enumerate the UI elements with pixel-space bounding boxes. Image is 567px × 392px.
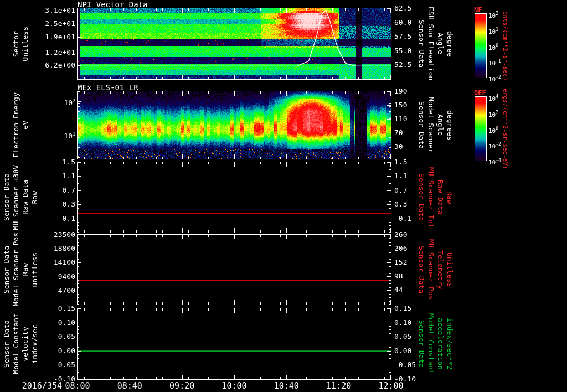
spacecraft-timeseries-plot: NPI Vector Data3.1e+012.5e+011.9e+011.2e… bbox=[0, 0, 567, 392]
y-tick-label: 0.00 bbox=[41, 347, 75, 355]
y-tick-label: 0.10 bbox=[41, 319, 75, 327]
model-scanner-pos-right-axis-label-line-2: Telemetry bbox=[436, 250, 445, 289]
y-tick-label: 6.2e+00 bbox=[41, 61, 75, 69]
y-tick-label: 2.5e+01 bbox=[41, 20, 75, 28]
mu-scanner-raw-right-axis-label-line-1: MU Scanner Int bbox=[427, 167, 435, 228]
model-scanner-pos-y-axis-label-line-1: Model Scanner Pos bbox=[12, 233, 20, 306]
y-tick-label: 23500 bbox=[41, 231, 75, 239]
colorbar-def bbox=[475, 97, 486, 161]
colorbar-tick-label: 102 bbox=[488, 110, 498, 118]
colorbar-tick-label: 100 bbox=[488, 43, 498, 51]
y-tick-label: 0.7 bbox=[41, 187, 75, 194]
colorbar-tick-label: 101 bbox=[488, 27, 498, 35]
colorbar-unit-def-line-0: ergs/(cm**2-sr-sec-eV) bbox=[502, 89, 509, 169]
model-constant-velocity-y-axis-label: Sensor DataModel Constantvelocityindex/s… bbox=[1, 308, 40, 379]
model-constant-velocity-right-axis-label: Sensor DataModel Constantaccelerationind… bbox=[416, 308, 455, 379]
model-constant-velocity-right-axis-label-line-1: Model Constant bbox=[427, 313, 435, 374]
date-label: 2016/354 bbox=[9, 381, 62, 391]
els-plot-canvas bbox=[78, 91, 391, 159]
npi-y-axis-label: SectorUnitless bbox=[1, 8, 40, 79]
x-tick-label: 08:40 bbox=[107, 381, 152, 391]
y-tick-label: 1.9e+01 bbox=[41, 33, 75, 41]
model-scanner-pos-y-axis-label-line-0: Sensor Data bbox=[2, 246, 11, 293]
npi-right-axis-label-line-1: ESH Sun Elevation bbox=[427, 7, 435, 80]
colorbar-tick-label: 100 bbox=[488, 126, 498, 135]
y-tick-label: 1.5 bbox=[41, 158, 75, 166]
x-tick-label: 10:00 bbox=[212, 381, 256, 391]
model-constant-velocity-y-axis-label-line-2: velocity bbox=[21, 327, 29, 362]
mu-scanner-raw-y-axis-label-line-1: MU Scanner +30V bbox=[12, 165, 20, 230]
model-scanner-pos-right-axis-label: Sensor DataMU Scanner PosTelemetryUnitle… bbox=[416, 235, 455, 305]
npi-right-axis-label: Sensor DataESH Sun ElevationAngledegree bbox=[416, 8, 455, 79]
mu-scanner-raw-y-axis-label-line-3: Raw bbox=[30, 191, 39, 204]
model-scanner-pos-right-axis-label-line-3: Unitless bbox=[446, 252, 454, 287]
y-tick-label: 1.1 bbox=[41, 172, 75, 180]
els-right-axis-label-line-3: degrees bbox=[446, 110, 454, 141]
y-tick-label: 0.15 bbox=[41, 305, 75, 312]
colorbar-tick-label: 102 bbox=[488, 11, 498, 19]
y-tick-label: 0.05 bbox=[41, 333, 75, 341]
npi-y-axis-label-line-0: Sector bbox=[12, 31, 20, 57]
model-constant-velocity-right-axis-label-line-0: Sensor Data bbox=[417, 320, 426, 368]
colorbar-title-def: DEF bbox=[474, 89, 486, 97]
colorbar-tick-label: 10-4 bbox=[488, 157, 501, 166]
model-scanner-pos-y-axis-label-line-2: Raw bbox=[21, 263, 29, 276]
mu-scanner-raw-right-axis-label-line-2: Raw Data bbox=[436, 180, 445, 215]
model-constant-velocity-right-axis-label-line-3: index/sec**2 bbox=[446, 318, 454, 370]
panel-title-els: MEx ELS-01 LR bbox=[78, 83, 138, 92]
npi-plot-canvas bbox=[78, 8, 391, 79]
els-right-axis-label-line-1: Model Scanner bbox=[427, 97, 435, 153]
x-tick-label: 11:20 bbox=[317, 381, 361, 391]
mu-scanner-raw-right-axis-label-line-0: Sensor Data bbox=[417, 173, 426, 221]
y-tick-label: 14100 bbox=[41, 259, 75, 266]
y-tick-label: 4700 bbox=[41, 287, 75, 295]
mu-scanner-raw-right-axis-label: Sensor DataMU Scanner IntRaw DataRaw bbox=[416, 162, 455, 233]
mu-scanner-raw-y-axis-label-line-0: Sensor Data bbox=[2, 173, 11, 221]
model-scanner-pos-plot-canvas bbox=[78, 235, 391, 305]
model-constant-velocity-right-axis-label-line-2: acceleration bbox=[436, 318, 445, 370]
npi-y-axis-label-line-1: Unitless bbox=[21, 27, 29, 61]
colorbar-unit-nf: cnts/(cm**2-sr-sec) bbox=[501, 3, 509, 89]
colorbar-unit-def: ergs/(cm**2-sr-sec-eV) bbox=[501, 86, 509, 172]
colorbar-title-nf: NF bbox=[474, 6, 482, 14]
y-tick-label: -0.1 bbox=[41, 215, 75, 223]
y-tick-label: 9400 bbox=[41, 273, 75, 281]
y-tick-label: -0.05 bbox=[41, 361, 75, 369]
mu-scanner-raw-y-axis-label: Sensor DataMU Scanner +30VRaw DataRaw bbox=[1, 162, 40, 233]
colorbar-unit-nf-line-0: cnts/(cm**2-sr-sec) bbox=[502, 11, 509, 81]
model-scanner-pos-right-axis-label-line-0: Sensor Data bbox=[417, 246, 426, 293]
y-tick-label: 3.1e+01 bbox=[41, 7, 75, 14]
colorbar-tick-label: 10-1 bbox=[488, 58, 501, 67]
model-constant-velocity-y-axis-label-line-0: Sensor Data bbox=[2, 320, 11, 368]
els-right-axis-label-line-0: Sensor Data bbox=[417, 101, 426, 149]
colorbar-tick-label: 104 bbox=[488, 94, 498, 102]
x-tick-label: 10:40 bbox=[264, 381, 308, 391]
els-right-axis-label-line-2: Angle bbox=[436, 114, 445, 136]
model-constant-velocity-plot-canvas bbox=[78, 308, 391, 379]
npi-right-axis-label-line-0: Sensor Data bbox=[417, 20, 426, 68]
els-y-axis-label-line-0: Electron Energy bbox=[12, 92, 20, 157]
y-tick-label: 1.2e+01 bbox=[41, 49, 75, 56]
model-constant-velocity-y-axis-label-line-3: index/sec bbox=[30, 324, 39, 363]
els-y-axis-label-line-1: eV bbox=[21, 121, 29, 130]
panel-title-npi: NPI Vector Data bbox=[78, 0, 147, 9]
x-tick-label: 12:00 bbox=[369, 381, 413, 391]
colorbar-tick-label: 10-2 bbox=[488, 141, 501, 150]
model-scanner-pos-y-axis-label-line-3: unitless bbox=[30, 252, 39, 287]
y-tick-label: 18800 bbox=[41, 245, 75, 252]
mu-scanner-raw-right-axis-label-line-3: Raw bbox=[446, 191, 454, 204]
npi-right-axis-label-line-2: Angle bbox=[436, 33, 445, 54]
mu-scanner-raw-y-axis-label-line-2: Raw Data bbox=[21, 180, 29, 215]
model-constant-velocity-y-axis-label-line-1: Model Constant bbox=[12, 313, 20, 374]
els-right-axis-label: Sensor DataModel ScannerAngledegrees bbox=[416, 91, 455, 159]
colorbar-nf bbox=[475, 14, 486, 78]
mu-scanner-raw-plot-canvas bbox=[78, 162, 391, 233]
x-tick-label: 08:00 bbox=[55, 381, 100, 391]
y-tick-label: 101 bbox=[41, 131, 75, 140]
y-tick-label: 0.3 bbox=[41, 200, 75, 208]
model-scanner-pos-right-axis-label-line-1: MU Scanner Pos bbox=[427, 239, 435, 300]
els-y-axis-label: Electron EnergyeV bbox=[1, 91, 40, 159]
x-tick-label: 09:20 bbox=[160, 381, 204, 391]
model-scanner-pos-y-axis-label: Sensor DataModel Scanner PosRawunitless bbox=[1, 235, 40, 305]
colorbar-tick-label: 10-2 bbox=[488, 74, 501, 83]
